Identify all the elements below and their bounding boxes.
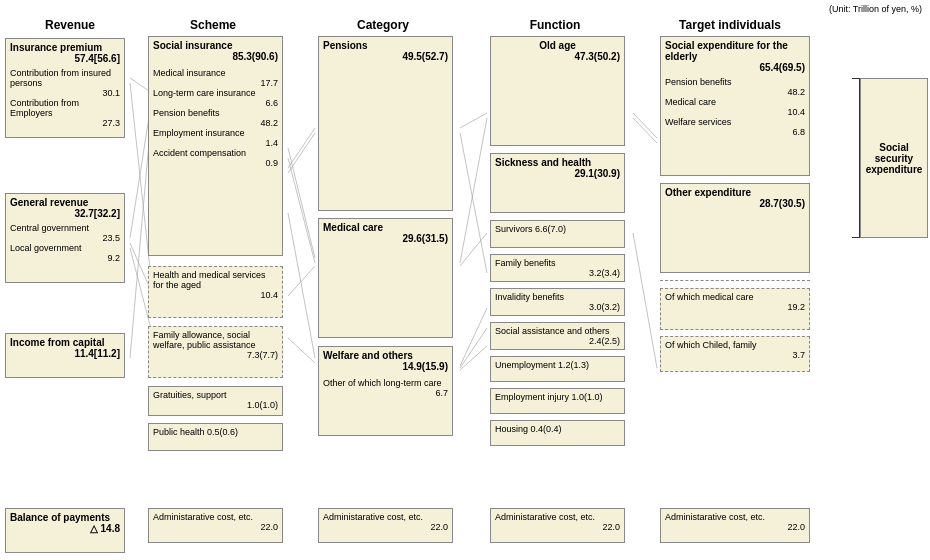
svg-line-21 [633, 233, 657, 368]
category-admin: Administarative cost, etc. 22.0 [318, 508, 453, 543]
category-pensions: Pensions 49.5(52.7) [318, 36, 453, 211]
unit-label: (Unit: Trillion of yen, %) [829, 4, 922, 14]
scheme-public-health: Public health 0.5(0.6) [148, 423, 283, 451]
col-function: Function [490, 18, 620, 32]
function-sickness: Sickness and health 29.1(30.9) [490, 153, 625, 213]
col-target: Target individuals [660, 18, 800, 32]
category-welfare: Welfare and others 14.9(15.9) Other of w… [318, 346, 453, 436]
svg-line-19 [460, 346, 487, 370]
brace-indicator [852, 78, 860, 238]
function-old-age: Old age 47.3(50.2) [490, 36, 625, 146]
scheme-health-medical: Health and medical services for the aged… [148, 266, 283, 318]
scheme-admin: Administarative cost, etc. 22.0 [148, 508, 283, 543]
svg-line-13 [460, 113, 487, 128]
svg-line-15 [460, 118, 487, 263]
revenue-income-capital: Income from capital 11.4[11.2] [5, 333, 125, 378]
svg-line-11 [288, 338, 315, 363]
target-medical-care-dashed: Of which medical care 19.2 [660, 288, 810, 330]
function-housing: Housing 0.4(0.4) [490, 420, 625, 446]
right-social-security-label: Social security expenditure [860, 78, 928, 238]
svg-line-14 [460, 133, 487, 273]
target-admin: Administarative cost, etc. 22.0 [660, 508, 810, 543]
svg-line-16 [460, 233, 487, 266]
function-employment-injury: Employment injury 1.0(1.0) [490, 388, 625, 414]
function-survivors: Survivors 6.6(7.0) [490, 220, 625, 248]
col-revenue: Revenue [10, 18, 130, 32]
revenue-insurance-premium: Insurance premium 57.4[56.6] Contributio… [5, 38, 125, 138]
col-category: Category [318, 18, 448, 32]
function-admin: Administarative cost, etc. 22.0 [490, 508, 625, 543]
svg-line-17 [460, 308, 487, 366]
svg-line-7 [288, 148, 315, 258]
svg-line-6 [288, 128, 315, 168]
revenue-balance-payments: Balance of payments △ 14.8 [5, 508, 125, 553]
svg-line-12 [288, 266, 315, 296]
function-family-benefits: Family benefits 3.2(3.4) [490, 254, 625, 282]
scheme-gratuities: Gratuities, support 1.0(1.0) [148, 386, 283, 416]
category-medical-care: Medical care 29.6(31.5) [318, 218, 453, 338]
svg-line-18 [460, 328, 487, 368]
function-invalidity: Invalidity benefits 3.0(3.2) [490, 288, 625, 316]
svg-line-8 [288, 158, 315, 263]
target-child-family: Of which Chiled, family 3.7 [660, 336, 810, 372]
scheme-family-allowance: Family allowance, social welfare, public… [148, 326, 283, 378]
function-social-assistance: Social assistance and others 2.4(2.5) [490, 322, 625, 350]
svg-line-9 [288, 133, 315, 173]
scheme-social-insurance: Social insurance 85.3(90.6) Medical insu… [148, 36, 283, 256]
target-social-elderly: Social expenditure for the elderly 65.4(… [660, 36, 810, 176]
col-scheme: Scheme [148, 18, 278, 32]
revenue-general: General revenue 32.7[32.2] Central gover… [5, 193, 125, 283]
target-other-expenditure: Other expenditure 28.7(30.5) [660, 183, 810, 273]
function-unemployment: Unemployment 1.2(1.3) [490, 356, 625, 382]
svg-line-22 [633, 118, 657, 143]
svg-line-10 [288, 213, 315, 358]
svg-line-20 [633, 113, 657, 138]
